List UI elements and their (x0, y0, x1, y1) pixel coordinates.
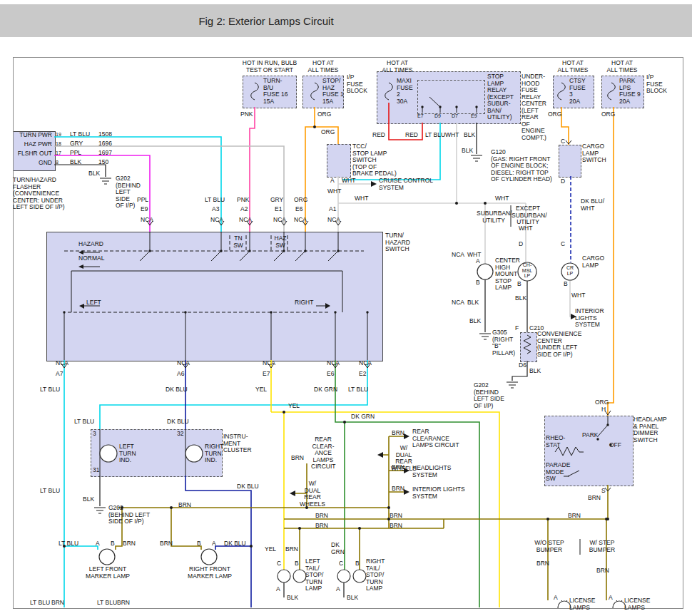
pin: 19 (56, 132, 61, 138)
left-front-marker-label: LEFT FRONT MARKER LAMP (80, 566, 136, 580)
switch-left-label: LEFT (86, 299, 101, 307)
wire-label: BLK (464, 132, 475, 139)
terminal: A (96, 540, 100, 548)
terminal: D7 (452, 113, 458, 119)
wire-label: PPL (137, 197, 148, 204)
terminal: A (476, 258, 480, 265)
tcc-switch-label: TCC/ STOP LAMP SWITCH (TOP OF BRAKE PEDA… (352, 143, 397, 178)
terminal: S (601, 488, 606, 495)
wire-label: LT BLU (205, 197, 225, 204)
fuse-label-park-lps: PARK LPS FUSE 9 20A (619, 78, 641, 105)
headlights-system-label: HEADLIGHTS SYSTEM (412, 465, 451, 478)
parade-mode-label: PARADE MODE SW (546, 462, 570, 483)
wire-label: LT BLU (30, 600, 50, 607)
terminal: A (212, 540, 216, 548)
wire-label: BLK (347, 595, 358, 602)
convenience-center-element-symbol (524, 335, 531, 354)
terminal: E2 (359, 371, 366, 378)
nca-label: NCA (210, 217, 223, 224)
wire-label: BRN (123, 540, 136, 548)
nca-label: NCA (273, 217, 286, 224)
ip-fuse-block-label: I/P FUSE BLOCK (646, 74, 667, 95)
wire-label: LT BLU (348, 386, 368, 394)
ground-g202-conv (507, 382, 518, 388)
terminal: H (601, 406, 606, 414)
wire-label: LT BLU (74, 419, 94, 426)
fuse-symbols (251, 83, 616, 100)
flasher-row: FLSHR OUT (14, 150, 52, 158)
wire-label: WHT (519, 225, 532, 232)
wire-label: PNK (240, 111, 253, 118)
wire-label: DK GRN (351, 414, 375, 421)
flasher-row: TURN PWR (14, 132, 52, 139)
wire-label: BLK (70, 159, 81, 166)
wire-label: BLK (467, 299, 479, 307)
terminal: B (355, 560, 360, 568)
wire-label: PNK (237, 197, 249, 204)
wire-label: PPL (70, 150, 81, 157)
switch-hazard-label: HAZARD (78, 241, 103, 248)
pin: 8 (56, 160, 58, 165)
nca-label: NCA (239, 217, 252, 224)
wire-label: WHT (327, 188, 341, 195)
terminal: D9 (434, 113, 441, 119)
cruise-arrow-icon (371, 181, 377, 187)
terminal: E6 (295, 206, 302, 213)
terminal: A (554, 595, 558, 602)
wire-label: BLK (462, 148, 473, 155)
convenience-center-label: CONVENIENCE CENTER (UNDER LEFT SIDE OF I… (537, 331, 581, 358)
nca-label: NCA (177, 360, 190, 367)
wire-label: BRN (568, 513, 581, 520)
divider-lines (511, 205, 580, 555)
rheostat-label: RHEO- STAT (546, 435, 565, 448)
wire-label: BRN (117, 600, 130, 607)
ground-g202-left (100, 178, 111, 184)
cruise-control-label: CRUISE CONTROL SYSTEM (379, 178, 433, 191)
terminal: 31 (93, 467, 99, 474)
terminal: E9 (471, 113, 477, 119)
wire-label: DK BLU (237, 483, 259, 491)
terminal: B (564, 281, 568, 288)
wire-label: BLK (88, 170, 100, 178)
right-front-marker-label: RIGHT FRONT MARKER LAMP (181, 566, 238, 580)
wire-label: BRN (392, 486, 404, 493)
interior-lights2-arrow-icon (404, 489, 409, 495)
cargo-lamp-label: CARGO LAMP (582, 255, 604, 269)
left-turn-indicator-symbol (100, 445, 117, 462)
ip-fuse-block-label: I/P FUSE BLOCK (347, 74, 367, 95)
power-label: HOT AT ALL TIMES (302, 60, 344, 73)
wire-label: ORG (321, 129, 335, 136)
wire-label: BRN (291, 455, 304, 462)
wire-label: WHT (445, 132, 459, 139)
wire-label: RED (405, 132, 418, 139)
right-front-marker-lamp-symbol (201, 549, 217, 565)
underhood-center-label: UNDER- HOOD FUSE RELAY CENTER (LEFT REAR… (521, 73, 546, 141)
left-tail-lamp-symbol-2 (293, 570, 306, 582)
nca-label: NCA (263, 360, 275, 367)
wire-label: DK GRN (314, 386, 337, 394)
right-tail-lamp-symbol-1 (337, 570, 350, 582)
switch-right-label: RIGHT (295, 299, 313, 307)
park-label: PARK (582, 432, 599, 439)
wire-label: BRN (390, 523, 402, 530)
fuse-label-maxi: MAXI FUSE 2 30A (397, 78, 413, 105)
nca-label: NCA (327, 360, 340, 367)
ground-label-g305: G305 (RIGHT "B" PILLAR) (492, 329, 515, 356)
terminal: D6 (519, 362, 526, 369)
ground-label-g202: G202 (BEHIND LEFT SIDE OF I/P) (474, 382, 504, 409)
pin: 18 (56, 141, 61, 147)
wire-label: ORG (548, 111, 561, 118)
circuit-number: 1697 (98, 150, 112, 157)
terminal: A3 (212, 206, 219, 213)
flasher-row: HAZ PWR (14, 141, 52, 148)
terminal: A (336, 586, 340, 593)
wire-label: BRN (392, 430, 404, 437)
ground-label-g202: G202 (BEHIND LEFT SIDE OF I/P) (116, 175, 141, 210)
ground-label-g202: G202 (BEHIND LEFT SIDE OF I/P) (108, 505, 150, 525)
terminal: E6 (327, 371, 334, 378)
relay-internal-lines (422, 97, 477, 113)
terminal: A (276, 586, 280, 593)
except-suburban-label: EXCEPT SUBURBAN/ UTILITY (512, 205, 544, 226)
off-label: OFF (609, 442, 621, 449)
wire-label: RED (372, 132, 385, 139)
